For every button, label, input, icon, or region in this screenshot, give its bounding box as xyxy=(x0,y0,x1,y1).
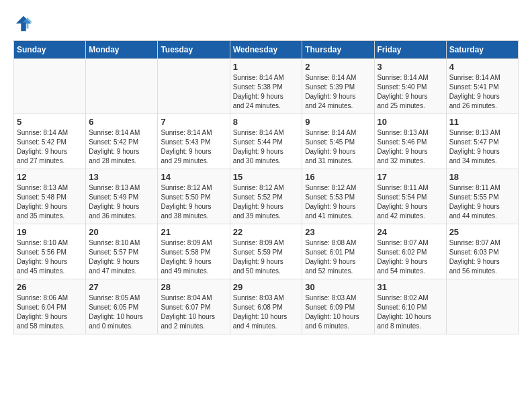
logo-icon xyxy=(13,13,34,34)
calendar-week-row: 19Sunrise: 8:10 AM Sunset: 5:56 PM Dayli… xyxy=(14,224,519,279)
day-info: Sunrise: 8:11 AM Sunset: 5:55 PM Dayligh… xyxy=(449,183,515,221)
day-number: 15 xyxy=(233,172,300,182)
day-number: 27 xyxy=(89,282,154,292)
calendar-cell: 9Sunrise: 8:14 AM Sunset: 5:45 PM Daylig… xyxy=(302,114,374,169)
calendar-cell: 20Sunrise: 8:10 AM Sunset: 5:57 PM Dayli… xyxy=(86,224,158,279)
day-info: Sunrise: 8:14 AM Sunset: 5:43 PM Dayligh… xyxy=(161,128,226,166)
day-info: Sunrise: 8:07 AM Sunset: 6:03 PM Dayligh… xyxy=(449,238,515,276)
header-friday: Friday xyxy=(374,41,446,59)
day-number: 3 xyxy=(378,62,443,72)
calendar-week-row: 1Sunrise: 8:14 AM Sunset: 5:38 PM Daylig… xyxy=(14,59,519,114)
calendar-cell: 6Sunrise: 8:14 AM Sunset: 5:42 PM Daylig… xyxy=(86,114,158,169)
day-info: Sunrise: 8:08 AM Sunset: 6:01 PM Dayligh… xyxy=(305,238,371,276)
calendar-cell: 31Sunrise: 8:02 AM Sunset: 6:10 PM Dayli… xyxy=(374,279,446,334)
day-number: 12 xyxy=(17,172,83,182)
day-info: Sunrise: 8:13 AM Sunset: 5:49 PM Dayligh… xyxy=(89,183,154,221)
calendar-cell: 5Sunrise: 8:14 AM Sunset: 5:42 PM Daylig… xyxy=(14,114,86,169)
calendar-cell: 7Sunrise: 8:14 AM Sunset: 5:43 PM Daylig… xyxy=(158,114,230,169)
calendar-cell: 10Sunrise: 8:13 AM Sunset: 5:46 PM Dayli… xyxy=(374,114,446,169)
calendar-cell: 24Sunrise: 8:07 AM Sunset: 6:02 PM Dayli… xyxy=(374,224,446,279)
day-number: 16 xyxy=(305,172,371,182)
day-number: 5 xyxy=(17,117,83,127)
header-tuesday: Tuesday xyxy=(158,41,230,59)
calendar-cell: 14Sunrise: 8:12 AM Sunset: 5:50 PM Dayli… xyxy=(158,169,230,224)
calendar-cell xyxy=(446,279,518,334)
day-info: Sunrise: 8:02 AM Sunset: 6:10 PM Dayligh… xyxy=(378,293,443,331)
day-number: 26 xyxy=(17,282,83,292)
day-info: Sunrise: 8:14 AM Sunset: 5:42 PM Dayligh… xyxy=(89,128,154,166)
day-number: 6 xyxy=(89,117,154,127)
day-number: 25 xyxy=(449,227,515,237)
day-info: Sunrise: 8:12 AM Sunset: 5:52 PM Dayligh… xyxy=(233,183,300,221)
day-number: 9 xyxy=(305,117,371,127)
day-info: Sunrise: 8:10 AM Sunset: 5:57 PM Dayligh… xyxy=(89,238,154,276)
calendar-cell: 1Sunrise: 8:14 AM Sunset: 5:38 PM Daylig… xyxy=(230,59,302,114)
calendar-cell: 3Sunrise: 8:14 AM Sunset: 5:40 PM Daylig… xyxy=(374,59,446,114)
day-number: 30 xyxy=(305,282,371,292)
day-info: Sunrise: 8:09 AM Sunset: 5:59 PM Dayligh… xyxy=(233,238,300,276)
day-number: 20 xyxy=(89,227,154,237)
calendar-cell: 13Sunrise: 8:13 AM Sunset: 5:49 PM Dayli… xyxy=(86,169,158,224)
calendar-header-row: SundayMondayTuesdayWednesdayThursdayFrid… xyxy=(14,41,519,59)
day-info: Sunrise: 8:03 AM Sunset: 6:09 PM Dayligh… xyxy=(305,293,371,331)
calendar-cell: 29Sunrise: 8:03 AM Sunset: 6:08 PM Dayli… xyxy=(230,279,302,334)
calendar-week-row: 5Sunrise: 8:14 AM Sunset: 5:42 PM Daylig… xyxy=(14,114,519,169)
day-number: 1 xyxy=(233,62,300,72)
header-wednesday: Wednesday xyxy=(230,41,302,59)
calendar-cell: 4Sunrise: 8:14 AM Sunset: 5:41 PM Daylig… xyxy=(446,59,518,114)
calendar-cell: 17Sunrise: 8:11 AM Sunset: 5:54 PM Dayli… xyxy=(374,169,446,224)
calendar-cell: 11Sunrise: 8:13 AM Sunset: 5:47 PM Dayli… xyxy=(446,114,518,169)
calendar-cell: 30Sunrise: 8:03 AM Sunset: 6:09 PM Dayli… xyxy=(302,279,374,334)
calendar-cell: 28Sunrise: 8:04 AM Sunset: 6:07 PM Dayli… xyxy=(158,279,230,334)
day-info: Sunrise: 8:12 AM Sunset: 5:50 PM Dayligh… xyxy=(161,183,226,221)
day-info: Sunrise: 8:06 AM Sunset: 6:04 PM Dayligh… xyxy=(17,293,83,331)
day-number: 11 xyxy=(449,117,515,127)
calendar-cell: 18Sunrise: 8:11 AM Sunset: 5:55 PM Dayli… xyxy=(446,169,518,224)
calendar-cell: 19Sunrise: 8:10 AM Sunset: 5:56 PM Dayli… xyxy=(14,224,86,279)
day-number: 2 xyxy=(305,62,371,72)
logo xyxy=(13,13,36,34)
day-info: Sunrise: 8:05 AM Sunset: 6:05 PM Dayligh… xyxy=(89,293,154,331)
day-number: 18 xyxy=(449,172,515,182)
day-info: Sunrise: 8:14 AM Sunset: 5:45 PM Dayligh… xyxy=(305,128,371,166)
calendar-cell: 23Sunrise: 8:08 AM Sunset: 6:01 PM Dayli… xyxy=(302,224,374,279)
header-saturday: Saturday xyxy=(446,41,518,59)
calendar-cell: 16Sunrise: 8:12 AM Sunset: 5:53 PM Dayli… xyxy=(302,169,374,224)
day-info: Sunrise: 8:14 AM Sunset: 5:41 PM Dayligh… xyxy=(449,73,515,111)
day-number: 10 xyxy=(378,117,443,127)
day-info: Sunrise: 8:14 AM Sunset: 5:39 PM Dayligh… xyxy=(305,73,371,111)
page-header xyxy=(13,13,519,34)
day-info: Sunrise: 8:09 AM Sunset: 5:58 PM Dayligh… xyxy=(161,238,226,276)
day-info: Sunrise: 8:14 AM Sunset: 5:38 PM Dayligh… xyxy=(233,73,300,111)
day-number: 31 xyxy=(378,282,443,292)
day-number: 23 xyxy=(305,227,371,237)
day-number: 17 xyxy=(378,172,443,182)
day-info: Sunrise: 8:13 AM Sunset: 5:46 PM Dayligh… xyxy=(378,128,443,166)
day-info: Sunrise: 8:12 AM Sunset: 5:53 PM Dayligh… xyxy=(305,183,371,221)
day-info: Sunrise: 8:10 AM Sunset: 5:56 PM Dayligh… xyxy=(17,238,83,276)
calendar-cell: 2Sunrise: 8:14 AM Sunset: 5:39 PM Daylig… xyxy=(302,59,374,114)
day-info: Sunrise: 8:04 AM Sunset: 6:07 PM Dayligh… xyxy=(161,293,226,331)
calendar-cell xyxy=(14,59,86,114)
day-number: 21 xyxy=(161,227,226,237)
day-info: Sunrise: 8:14 AM Sunset: 5:44 PM Dayligh… xyxy=(233,128,300,166)
day-number: 24 xyxy=(378,227,443,237)
day-number: 22 xyxy=(233,227,300,237)
calendar-cell: 26Sunrise: 8:06 AM Sunset: 6:04 PM Dayli… xyxy=(14,279,86,334)
day-info: Sunrise: 8:13 AM Sunset: 5:48 PM Dayligh… xyxy=(17,183,83,221)
day-info: Sunrise: 8:14 AM Sunset: 5:42 PM Dayligh… xyxy=(17,128,83,166)
header-sunday: Sunday xyxy=(14,41,86,59)
calendar-table: SundayMondayTuesdayWednesdayThursdayFrid… xyxy=(13,40,519,334)
day-number: 28 xyxy=(161,282,226,292)
day-number: 13 xyxy=(89,172,154,182)
day-number: 8 xyxy=(233,117,300,127)
calendar-cell: 25Sunrise: 8:07 AM Sunset: 6:03 PM Dayli… xyxy=(446,224,518,279)
header-thursday: Thursday xyxy=(302,41,374,59)
calendar-cell: 12Sunrise: 8:13 AM Sunset: 5:48 PM Dayli… xyxy=(14,169,86,224)
day-info: Sunrise: 8:11 AM Sunset: 5:54 PM Dayligh… xyxy=(378,183,443,221)
day-info: Sunrise: 8:14 AM Sunset: 5:40 PM Dayligh… xyxy=(378,73,443,111)
day-info: Sunrise: 8:03 AM Sunset: 6:08 PM Dayligh… xyxy=(233,293,300,331)
calendar-cell: 22Sunrise: 8:09 AM Sunset: 5:59 PM Dayli… xyxy=(230,224,302,279)
calendar-cell: 21Sunrise: 8:09 AM Sunset: 5:58 PM Dayli… xyxy=(158,224,230,279)
day-number: 14 xyxy=(161,172,226,182)
